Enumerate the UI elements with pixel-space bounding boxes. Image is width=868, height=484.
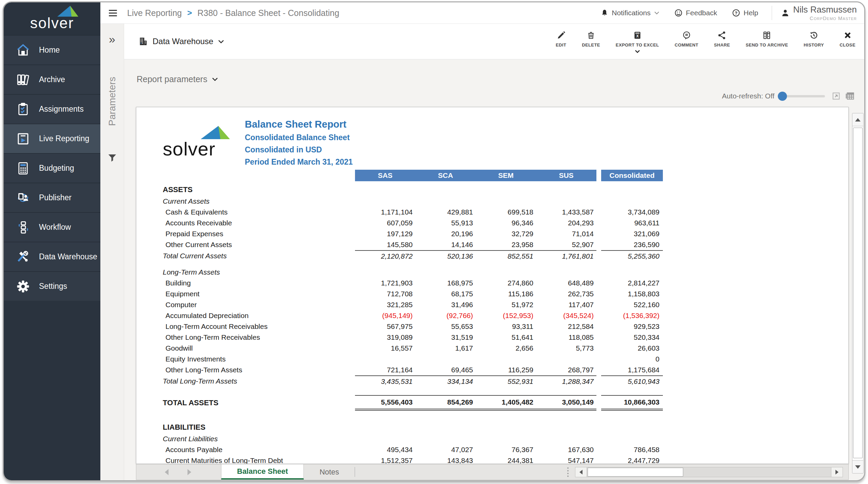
cell: 2,120,872 <box>355 252 415 260</box>
sidebar-item-budgeting[interactable]: Budgeting <box>4 153 100 183</box>
auto-refresh-slider[interactable] <box>779 95 825 97</box>
cell: 1,405,482 <box>476 398 536 406</box>
cell: 51,972 <box>476 301 536 309</box>
column-headers: SASSCASEMSUS <box>355 170 596 181</box>
cell: 648,489 <box>536 279 596 287</box>
sidebar-item-label: Home <box>39 45 60 55</box>
send-to-archive-button[interactable]: SEND TO ARCHIVE <box>746 31 788 52</box>
report-title: Balance Sheet Report <box>245 119 353 130</box>
consolidated-cell: 5,255,360 <box>601 250 663 262</box>
table-row: Accounts Payable495,43447,02776,367167,6… <box>160 444 848 455</box>
scroll-down-button[interactable] <box>852 460 863 473</box>
export-to-excel-button[interactable]: X EXPORT TO EXCEL <box>616 31 659 52</box>
sidebar-item-data-warehouse[interactable]: Data Warehouse <box>4 242 100 271</box>
chevron-down-icon <box>654 11 659 15</box>
row-label: Long-Term Account Receivables <box>160 322 355 331</box>
sidebar-item-settings[interactable]: Settings <box>4 271 100 301</box>
cell: 3,050,149 <box>536 398 596 406</box>
grid-icon[interactable] <box>845 91 855 101</box>
sidebar-item-label: Workflow <box>39 223 71 232</box>
consolidated-cell <box>601 422 663 433</box>
cell: 143,843 <box>415 457 476 464</box>
table-row: Long-Term Assets <box>160 266 848 278</box>
comment-button[interactable]: COMMENT <box>675 31 698 52</box>
row-label: Cash & Equivalents <box>160 208 355 216</box>
sidebar-item-live-reporting[interactable]: Live Reporting <box>4 124 100 153</box>
auto-refresh-label: Auto-refresh: Off <box>722 92 774 100</box>
row-values: 321,28531,49651,972117,407 <box>355 299 596 310</box>
consolidated-cell: 929,523 <box>601 321 663 332</box>
row-label: Accounts Payable <box>160 446 355 454</box>
vertical-scrollbar[interactable] <box>852 113 864 473</box>
feedback-button[interactable]: Feedback <box>674 9 717 17</box>
splitter-handle[interactable] <box>566 467 570 477</box>
history-button[interactable]: HISTORY <box>804 31 824 52</box>
cell: 14,146 <box>415 241 476 249</box>
help-button[interactable]: ? Help <box>732 9 758 17</box>
close-icon <box>843 31 852 40</box>
excel-icon: X <box>633 31 642 40</box>
scroll-left-button[interactable] <box>575 467 587 477</box>
row-values: 16,5571,6172,6565,773 <box>355 343 596 354</box>
row-values: 1,171,104429,881699,5181,433,587 <box>355 207 596 218</box>
row-values: 712,70868,175115,186262,735 <box>355 288 596 299</box>
breadcrumb-section[interactable]: Live Reporting <box>127 8 182 18</box>
share-button[interactable]: SHARE <box>714 31 730 52</box>
sidebar-item-home[interactable]: Home <box>4 35 100 64</box>
consolidated-cell: 1,158,803 <box>601 288 663 299</box>
comment-icon <box>682 31 691 40</box>
user-menu[interactable]: Nils Rasmussen CorpDemo Master <box>781 5 857 21</box>
expand-parameters-icon[interactable]: » <box>100 33 124 45</box>
sidebar-item-publisher[interactable]: Publisher <box>4 183 100 212</box>
help-icon: ? <box>732 9 740 17</box>
tab-scroll-right-icon[interactable] <box>188 469 191 475</box>
table-row: Current Maturities of Long-Term Debt1,51… <box>160 455 848 464</box>
edit-button[interactable]: EDIT <box>556 31 566 52</box>
share-icon <box>717 31 726 40</box>
tab-scroll-left-icon[interactable] <box>165 469 169 475</box>
cell: 47,027 <box>415 446 476 454</box>
table-row <box>160 387 848 395</box>
sidebar-item-workflow[interactable]: Workflow <box>4 212 100 242</box>
tab-notes[interactable]: Notes <box>304 464 354 480</box>
cell: 168,975 <box>415 279 476 287</box>
report-parameters-toggle[interactable]: Report parameters <box>137 74 218 84</box>
cell: 262,735 <box>536 290 596 298</box>
hamburger-menu-icon[interactable] <box>109 8 117 18</box>
tab-balance-sheet[interactable]: Balance Sheet <box>221 464 304 480</box>
row-label: Other Current Assets <box>160 241 355 249</box>
scroll-right-button[interactable] <box>831 467 843 477</box>
cell: 115,186 <box>476 290 536 298</box>
consolidated-cell <box>601 433 663 444</box>
cell: 32,729 <box>476 230 536 238</box>
sheet-tab-bar: Balance Sheet Notes <box>136 464 849 480</box>
consolidated-cell: 2,447,729 <box>601 455 663 464</box>
table-row: Goodwill16,5571,6172,6565,77326,603 <box>160 343 848 354</box>
row-label: Computer <box>160 301 355 309</box>
vertical-scroll-thumb[interactable] <box>853 128 863 458</box>
filter-icon[interactable] <box>107 153 117 163</box>
sidebar-item-archive[interactable]: Archive <box>4 64 100 94</box>
consolidated-cell: 786,458 <box>601 444 663 455</box>
delete-button[interactable]: DELETE <box>582 31 600 52</box>
scroll-up-button[interactable] <box>852 113 863 126</box>
svg-text:X: X <box>636 34 639 38</box>
horizontal-scroll-thumb[interactable] <box>588 468 683 477</box>
row-values: (945,149)(92,766)(152,953)(345,524) <box>355 310 596 321</box>
sidebar-item-label: Live Reporting <box>39 134 89 143</box>
slider-knob[interactable] <box>778 92 787 101</box>
smiley-icon <box>674 9 683 17</box>
data-source-select[interactable]: Data Warehouse <box>138 37 224 46</box>
cell: 319,089 <box>355 333 415 341</box>
notifications-button[interactable]: Notifications <box>601 9 659 17</box>
auto-refresh-control: Auto-refresh: Off <box>722 91 855 101</box>
row-label: Other Long-Term Receivables <box>160 333 355 341</box>
horizontal-scrollbar[interactable] <box>575 467 843 477</box>
pencil-icon <box>557 31 566 40</box>
cell: (152,953) <box>476 312 536 320</box>
expand-icon[interactable] <box>832 92 841 100</box>
workflow-icon <box>16 220 30 235</box>
close-button[interactable]: CLOSE <box>840 31 855 52</box>
sidebar-item-assignments[interactable]: Assignments <box>4 94 100 124</box>
live-reporting-icon <box>16 132 30 146</box>
